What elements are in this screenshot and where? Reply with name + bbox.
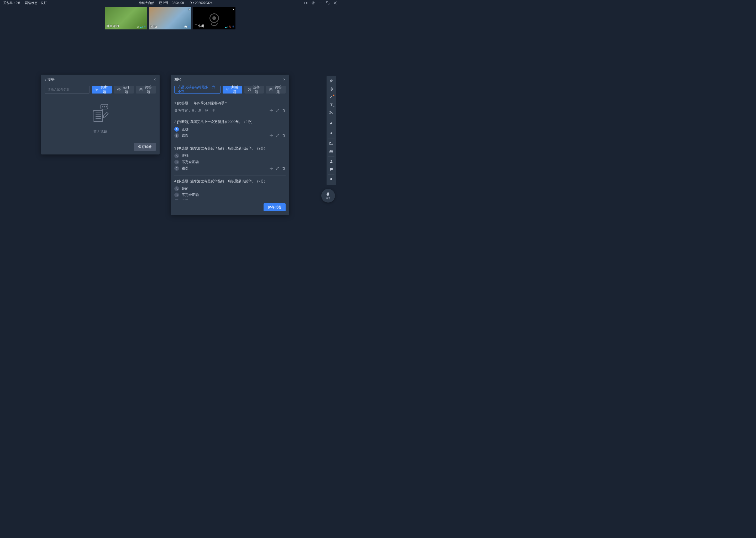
mic-icon — [144, 25, 146, 28]
signal-icon — [140, 26, 143, 28]
option-text: 不完全正确 — [182, 192, 199, 197]
edit-icon[interactable] — [276, 109, 279, 112]
svg-rect-13 — [233, 26, 234, 27]
svg-rect-7 — [145, 26, 145, 27]
option-badge: B — [174, 160, 179, 164]
question-list[interactable]: 1 [简答题] 一年四季分别是哪四季？参考答案：春、夏、秋、冬 2 [判断题] … — [170, 97, 289, 200]
short-icon — [139, 88, 143, 91]
scissors-tool-icon[interactable] — [327, 109, 336, 117]
question-option[interactable]: B不完全正确 — [174, 160, 286, 164]
delete-icon[interactable] — [282, 134, 286, 137]
video-tile-teacher[interactable]: 叮当老师 — [105, 7, 147, 29]
qtype-short-button[interactable]: 简答题 — [266, 86, 286, 93]
class-id: ID：2020070324 — [189, 1, 213, 5]
signal-icon — [225, 26, 228, 28]
svg-point-22 — [106, 106, 107, 107]
option-badge: A — [174, 153, 179, 158]
move-tool-icon[interactable] — [327, 85, 336, 93]
option-text: 错误 — [182, 166, 188, 171]
maximize-icon[interactable] — [326, 1, 330, 5]
svg-point-36 — [330, 160, 332, 162]
svg-point-6 — [138, 27, 139, 27]
qtype-choice-button[interactable]: 选择题 — [244, 86, 264, 93]
svg-point-33 — [330, 113, 331, 114]
svg-rect-35 — [330, 150, 333, 153]
quiz-title-input[interactable] — [45, 86, 90, 93]
option-text: 是的 — [182, 186, 188, 191]
user-tool-icon[interactable] — [327, 158, 336, 166]
choice-icon — [117, 88, 121, 91]
packet-loss: 丢包率：0% — [3, 1, 20, 5]
status-bar: 丢包率：0% 网络状态：良好 神秘大自然 已上课：02:34:09 ID：202… — [0, 0, 340, 6]
right-toolbar — [327, 76, 336, 185]
video-close-icon[interactable]: × — [188, 7, 190, 12]
record-icon[interactable] — [304, 1, 307, 5]
svg-point-34 — [330, 133, 332, 134]
move-icon[interactable] — [269, 167, 273, 170]
settings-icon[interactable] — [311, 1, 315, 5]
option-badge: C — [174, 166, 179, 171]
question-title: 3 [单选题] 施华洛世奇是反华品牌，所以梁鼎琪反华。（2分） — [174, 146, 286, 151]
question-option[interactable]: C错误 — [174, 166, 286, 171]
mic-muted-icon — [229, 25, 231, 28]
svg-rect-10 — [189, 26, 190, 27]
close-icon[interactable] — [333, 1, 337, 5]
edit-icon[interactable] — [276, 134, 279, 137]
option-badge: A — [174, 186, 179, 191]
svg-point-21 — [104, 106, 105, 107]
option-text: 不完全正确 — [182, 160, 199, 164]
dot-tool-icon[interactable] — [327, 129, 336, 137]
video-label: 王小明 — [195, 24, 204, 28]
qtype-judge-button[interactable]: 判断题 — [223, 86, 242, 93]
judge-icon — [226, 88, 229, 91]
question-option[interactable]: A正确 — [174, 153, 286, 158]
edit-icon[interactable] — [276, 167, 279, 170]
question-actions — [269, 109, 286, 112]
move-icon[interactable] — [269, 109, 273, 112]
video-strip: 叮当老师 × Nina × 王小明 — [0, 6, 340, 31]
bell-tool-icon[interactable] — [327, 176, 336, 184]
question-title: 2 [判断题] 我国宪法上一次更新是在2020年。（2分） — [174, 120, 286, 124]
option-badge: B — [174, 192, 179, 197]
cursor-tool-icon[interactable] — [327, 77, 336, 85]
eraser-tool-icon[interactable] — [327, 119, 336, 127]
back-icon[interactable]: ‹ — [45, 78, 46, 82]
question-item: 2 [判断题] 我国宪法上一次更新是在2020年。（2分）A正确B错误 — [174, 116, 286, 143]
svg-point-32 — [330, 111, 331, 112]
svg-point-20 — [102, 106, 103, 107]
video-label: Nina — [150, 25, 157, 28]
qtype-choice-button[interactable]: 选择题 — [114, 86, 134, 93]
qtype-short-button[interactable]: 简答题 — [136, 86, 156, 93]
svg-point-1 — [313, 2, 314, 3]
quiz-panel-filled: 测验 × 产品说试卷名称最多十六个字 判断题 选择题 简答题 1 [简答题] 一… — [170, 75, 289, 215]
question-option[interactable]: B不完全正确 — [174, 192, 286, 197]
camera-icon — [184, 25, 187, 28]
question-option[interactable]: B错误 — [174, 133, 286, 138]
delete-icon[interactable] — [282, 109, 286, 112]
mic-icon — [232, 25, 234, 28]
save-quiz-button[interactable]: 保存试卷 — [263, 203, 286, 211]
folder-tool-icon[interactable] — [327, 139, 336, 147]
quiz-title-chip[interactable]: 产品说试卷名称最多十六个字 — [174, 86, 220, 93]
question-option[interactable]: A是的 — [174, 186, 286, 191]
save-quiz-button[interactable]: 保存试卷 — [134, 143, 156, 151]
move-icon[interactable] — [269, 134, 273, 137]
panel-close-icon[interactable]: × — [154, 77, 156, 82]
toolbox-tool-icon[interactable] — [327, 147, 336, 155]
qtype-judge-button[interactable]: 判断题 — [92, 86, 112, 93]
class-title: 神秘大自然 — [139, 1, 154, 5]
video-tile-student[interactable]: × 王小明 — [193, 7, 235, 29]
question-option[interactable]: A正确 — [174, 127, 286, 132]
option-badge: B — [174, 133, 179, 138]
panel-close-icon[interactable]: × — [283, 77, 286, 82]
text-tool-icon[interactable] — [327, 101, 336, 109]
camera-off-icon — [210, 13, 219, 23]
minimize-icon[interactable] — [319, 1, 322, 5]
delete-icon[interactable] — [282, 167, 286, 170]
chat-tool-icon[interactable] — [327, 166, 336, 173]
video-close-icon[interactable]: × — [232, 7, 234, 12]
pen-tool-icon[interactable] — [327, 93, 336, 101]
video-tile-student[interactable]: × Nina — [149, 7, 191, 29]
question-title: 4 [多选题] 施华洛世奇是反华品牌，所以梁鼎琪反华。（2分） — [174, 179, 286, 184]
hand-raise-button[interactable]: 0/2 — [321, 189, 335, 202]
